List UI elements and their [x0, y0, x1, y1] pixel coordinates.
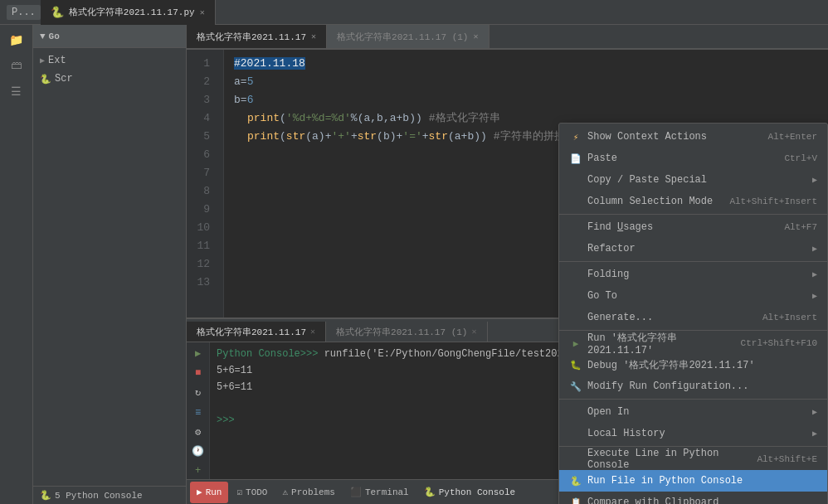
- divider-4: [559, 399, 827, 400]
- menu-open-in[interactable]: Open In ▶: [559, 401, 827, 423]
- generate-icon: [569, 311, 582, 324]
- project-label: P...: [7, 5, 41, 20]
- run-console-btn[interactable]: ▶: [190, 346, 207, 362]
- line-num-9: 9: [187, 201, 217, 219]
- menu-run-file-python[interactable]: 🐍 Run File in Python Console: [559, 470, 827, 492]
- problems-status-btn[interactable]: ⚠ Problems: [275, 482, 341, 503]
- context-menu: ⚡ Show Context Actions Alt+Enter 📄 Paste…: [558, 123, 828, 504]
- run-label: Run: [206, 487, 222, 497]
- problems-label: Problems: [291, 487, 335, 497]
- python-console-icon: 🐍: [40, 490, 51, 501]
- python-console-status-btn[interactable]: 🐍 Python Console: [417, 482, 522, 503]
- menu-copy-paste-special[interactable]: Copy / Paste Special ▶: [559, 169, 827, 191]
- open-in-arrow: ▶: [812, 407, 817, 417]
- console-tab-2-close[interactable]: ✕: [471, 327, 476, 337]
- python-console-panel-label: 5 Python Console: [55, 491, 143, 501]
- console-prompt-2: >>>: [217, 414, 235, 426]
- editor-tab-2-label: 格式化字符串2021.11.17 (1): [337, 31, 468, 43]
- left-sidebar: 📁 🗃 ☰: [0, 25, 33, 504]
- debug-icon: 🐛: [569, 358, 582, 371]
- line-num-12: 12: [187, 255, 217, 274]
- code-var-a: a: [234, 75, 241, 88]
- modify-run-icon: 🔧: [569, 380, 582, 393]
- execute-line-label: Execute Line in Python Console: [587, 448, 752, 471]
- scroll-console-btn[interactable]: ≡: [190, 405, 207, 421]
- code-comment-4: #格式化字符串: [429, 112, 500, 124]
- line-num-8: 8: [187, 182, 217, 201]
- title-tabs: 🐍 格式化字符串2021.11.17.py ✕: [41, 0, 821, 25]
- tree-item-scr[interactable]: 🐍 Scr: [33, 70, 186, 88]
- menu-find-usages[interactable]: Find Usages Alt+F7: [559, 216, 827, 238]
- console-tab-2-label: 格式化字符串2021.11.17 (1): [336, 326, 467, 338]
- menu-column-selection[interactable]: Column Selection Mode Alt+Shift+Insert: [559, 191, 827, 212]
- editor-tab-1[interactable]: 格式化字符串2021.11.17 ✕: [187, 25, 327, 48]
- tree-label-ext: Ext: [48, 55, 66, 66]
- line-num-11: 11: [187, 237, 217, 255]
- title-tab-label: 格式化字符串2021.11.17.py: [69, 6, 195, 18]
- line-numbers: 1 2 3 4 5 6 7 8 9 10 11 12 13: [187, 50, 224, 317]
- menu-folding[interactable]: Folding ▶: [559, 264, 827, 285]
- tree-icon-ext: ▶: [40, 56, 45, 65]
- editor-tab-2[interactable]: 格式化字符串2021.11.17 (1) ✕: [327, 25, 489, 48]
- title-tab-active[interactable]: 🐍 格式化字符串2021.11.17.py ✕: [41, 0, 216, 25]
- go-to-label: Go To: [587, 290, 807, 302]
- terminal-status-btn[interactable]: ⬛ Terminal: [343, 482, 416, 503]
- folding-arrow: ▶: [812, 269, 817, 279]
- code-print-2: print: [247, 130, 280, 143]
- local-history-label: Local History: [587, 428, 807, 439]
- menu-show-context-actions[interactable]: ⚡ Show Context Actions Alt+Enter: [559, 126, 827, 148]
- console-tab-1[interactable]: 格式化字符串2021.11.17 ✕: [187, 322, 326, 342]
- menu-go-to[interactable]: Go To ▶: [559, 285, 827, 307]
- divider-1: [559, 214, 827, 215]
- console-tab-2[interactable]: 格式化字符串2021.11.17 (1) ✕: [326, 322, 487, 342]
- menu-run[interactable]: ▶ Run '格式化字符串2021.11.17' Ctrl+Shift+F10: [559, 332, 827, 354]
- context-actions-label: Show Context Actions: [587, 131, 763, 143]
- add-console-btn[interactable]: +: [190, 463, 207, 479]
- scr-icon: 🐍: [40, 74, 51, 85]
- clock-console-btn[interactable]: 🕐: [190, 443, 207, 460]
- code-num-6: 6: [247, 94, 254, 106]
- menu-refactor[interactable]: Refactor ▶: [559, 238, 827, 259]
- editor-tab-1-close[interactable]: ✕: [311, 32, 316, 41]
- console-tab-1-label: 格式化字符串2021.11.17: [197, 326, 306, 338]
- console-run-cmd: runfile('E:/Python/GongChengFile/test202…: [324, 348, 593, 360]
- menu-modify-run[interactable]: 🔧 Modify Run Configuration...: [559, 376, 827, 397]
- menu-generate[interactable]: Generate... Alt+Insert: [559, 307, 827, 328]
- console-output-1: 5+6=11: [217, 365, 252, 376]
- settings-console-btn[interactable]: ⚙: [190, 424, 207, 440]
- menu-paste[interactable]: 📄 Paste Ctrl+V: [559, 148, 827, 169]
- project-panel: ▼ Go ▶ Ext 🐍 Scr 🐍 5 Python Console: [33, 25, 187, 504]
- line-num-3: 3: [187, 91, 217, 109]
- python-console-status-icon: 🐍: [424, 487, 436, 497]
- sidebar-icon-folder[interactable]: 📁: [3, 28, 30, 51]
- find-usages-shortcut: Alt+F7: [784, 222, 817, 232]
- run-file-python-label: Run File in Python Console: [587, 475, 817, 487]
- sidebar-icon-db[interactable]: 🗃: [3, 54, 30, 77]
- menu-compare-clipboard[interactable]: 📋 Compare with Clipboard: [559, 492, 827, 504]
- execute-line-shortcut: Alt+Shift+E: [757, 454, 817, 464]
- title-bar-left: P...: [7, 5, 41, 20]
- title-tab-close[interactable]: ✕: [200, 7, 205, 17]
- sidebar-icon-structure[interactable]: ☰: [3, 80, 30, 103]
- menu-execute-line[interactable]: Execute Line in Python Console Alt+Shift…: [559, 448, 827, 470]
- divider-2: [559, 261, 827, 262]
- rerun-console-btn[interactable]: ↻: [190, 385, 207, 401]
- run-status-btn[interactable]: ▶ Run: [190, 482, 228, 503]
- divider-5: [559, 446, 827, 447]
- stop-console-btn[interactable]: ■: [190, 366, 207, 382]
- paste-label: Paste: [587, 153, 779, 164]
- console-tab-1-close[interactable]: ✕: [310, 327, 315, 337]
- run-icon-menu: ▶: [569, 337, 582, 350]
- code-line-3: b=6: [234, 91, 828, 109]
- tree-item-ext[interactable]: ▶ Ext: [33, 51, 186, 70]
- code-line-2: a=5: [234, 73, 828, 91]
- python-console-status-label: Python Console: [439, 487, 515, 497]
- todo-status-btn[interactable]: ☑ TODO: [230, 482, 274, 503]
- panel-python-console[interactable]: 🐍 5 Python Console: [33, 486, 186, 504]
- menu-local-history[interactable]: Local History ▶: [559, 423, 827, 444]
- editor-tab-2-close[interactable]: ✕: [473, 32, 478, 41]
- menu-debug[interactable]: 🐛 Debug '格式化字符串2021.11.17': [559, 354, 827, 376]
- refactor-icon: [569, 242, 582, 255]
- run-icon: ▶: [197, 487, 202, 497]
- terminal-icon: ⬛: [350, 487, 362, 497]
